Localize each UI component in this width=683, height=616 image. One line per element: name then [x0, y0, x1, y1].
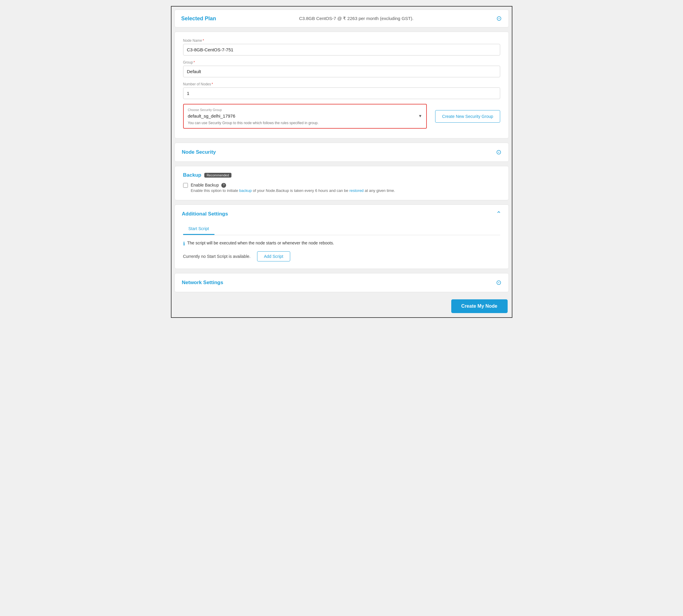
form-card: Node Name* Group* Number of Nodes* [175, 31, 509, 138]
node-security-chevron-icon[interactable]: ⊙ [496, 148, 501, 156]
start-script-tab[interactable]: Start Script [183, 223, 214, 235]
enable-backup-checkbox[interactable] [183, 183, 188, 188]
enable-backup-label-row: Enable Backup ? [191, 182, 395, 188]
script-info-row: ℹ The script will be executed when the n… [183, 241, 500, 246]
question-icon: ? [221, 183, 226, 188]
backup-card: Backup Recommended Enable Backup ? Enabl… [175, 166, 509, 200]
bottom-bar: Create My Node [175, 296, 509, 314]
node-name-label: Node Name* [183, 39, 500, 43]
selected-plan-info: C3.8GB CentOS-7 @ ₹ 2263 per month (excl… [299, 16, 414, 21]
additional-settings-header: Additional Settings ⌃ [175, 205, 508, 223]
selected-plan-title: Selected Plan [181, 16, 216, 22]
backup-section: Backup Recommended Enable Backup ? Enabl… [175, 166, 508, 200]
additional-settings-card: Additional Settings ⌃ Start Script ℹ The… [175, 204, 509, 269]
num-nodes-label: Number of Nodes* [183, 82, 500, 86]
selected-plan-chevron-icon[interactable]: ⊙ [496, 15, 502, 22]
group-group: Group* [183, 60, 500, 77]
recommended-badge: Recommended [204, 173, 231, 178]
add-script-button[interactable]: Add Script [257, 251, 290, 261]
restored-link[interactable]: restored [349, 188, 364, 193]
node-security-header: Node Security ⊙ [175, 143, 508, 161]
sg-select-row[interactable]: default_sg_delhi_17976 ▼ [188, 113, 422, 118]
selected-plan-bar: Selected Plan C3.8GB CentOS-7 @ ₹ 2263 p… [175, 10, 508, 27]
security-group-box: Choose Security Group default_sg_delhi_1… [183, 104, 427, 129]
page-wrapper: Selected Plan C3.8GB CentOS-7 @ ₹ 2263 p… [171, 6, 513, 318]
backup-title: Backup [183, 172, 201, 178]
backup-title-row: Backup Recommended [183, 172, 500, 178]
num-nodes-input[interactable] [183, 87, 500, 99]
additional-settings-body: Start Script ℹ The script will be execut… [175, 223, 508, 269]
enable-backup-row: Enable Backup ? Enable this option to in… [183, 182, 500, 193]
group-input[interactable] [183, 66, 500, 77]
form-section: Node Name* Group* Number of Nodes* [175, 32, 508, 138]
enable-backup-label: Enable Backup [191, 183, 219, 188]
backup-link[interactable]: backup [239, 188, 252, 193]
script-info-text: The script will be executed when the nod… [187, 241, 334, 245]
backup-hint-before: Enable this option to initiate [191, 188, 240, 193]
backup-hint-middle: of your Node.Backup is taken every 6 hou… [252, 188, 349, 193]
network-settings-header: Network Settings ⊙ [175, 273, 508, 292]
backup-hint-after: at any given time. [364, 188, 395, 193]
info-circle-icon: ℹ [183, 241, 185, 246]
sg-select-value: default_sg_delhi_17976 [188, 113, 235, 118]
create-my-node-button[interactable]: Create My Node [451, 299, 508, 313]
node-security-card: Node Security ⊙ [175, 142, 509, 162]
backup-hint: Enable this option to initiate backup of… [191, 188, 395, 193]
security-group-row: Choose Security Group default_sg_delhi_1… [183, 104, 500, 129]
tab-bar: Start Script [183, 223, 500, 235]
additional-settings-chevron-icon[interactable]: ⌃ [496, 210, 501, 218]
no-script-text: Currently no Start Script is available. [183, 254, 251, 259]
selected-plan-card: Selected Plan C3.8GB CentOS-7 @ ₹ 2263 p… [175, 9, 509, 27]
no-script-row: Currently no Start Script is available. … [183, 251, 500, 261]
group-label: Group* [183, 60, 500, 64]
additional-settings-title: Additional Settings [182, 211, 228, 217]
num-nodes-group: Number of Nodes* [183, 82, 500, 99]
enable-backup-text-block: Enable Backup ? Enable this option to in… [191, 182, 395, 193]
node-name-group: Node Name* [183, 39, 500, 56]
sg-label: Choose Security Group [188, 108, 422, 112]
sg-hint: You can use Security Group to this node … [188, 121, 422, 125]
sg-dropdown-arrow-icon: ▼ [418, 114, 422, 118]
node-name-input[interactable] [183, 44, 500, 56]
network-settings-title: Network Settings [182, 280, 223, 286]
node-security-title: Node Security [182, 149, 216, 155]
network-settings-chevron-icon[interactable]: ⊙ [496, 279, 501, 287]
create-sg-button[interactable]: Create New Security Group [435, 110, 500, 123]
network-settings-card: Network Settings ⊙ [175, 273, 509, 292]
